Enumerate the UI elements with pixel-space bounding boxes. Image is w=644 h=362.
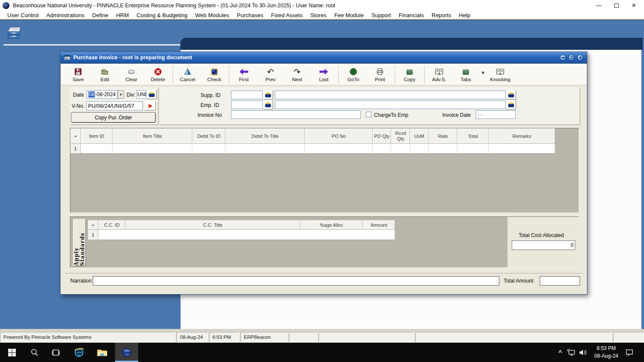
total-cost-allocated-input[interactable]: 0 — [512, 240, 575, 250]
items-col-item-id[interactable]: Item ID — [81, 128, 112, 144]
items-cell[interactable] — [410, 144, 428, 154]
tray-chevron-icon[interactable]: ^ — [556, 343, 565, 362]
menu-hrm[interactable]: HRM — [112, 12, 133, 18]
edit-button[interactable]: Edit — [91, 65, 118, 85]
minimize-icon[interactable]: — — [596, 3, 601, 8]
menu-administrations[interactable]: Administrations — [43, 12, 88, 18]
menu-stores[interactable]: Stores — [307, 12, 331, 18]
items-cell[interactable] — [192, 144, 225, 154]
voucher-no-input[interactable]: PU/08/24/UNI/G/57 — [86, 101, 143, 110]
menu-fee-module[interactable]: Fee Module — [331, 12, 368, 18]
division-lookup-button[interactable] — [146, 90, 157, 99]
items-cell[interactable] — [489, 144, 555, 154]
goto-button[interactable]: GoTo — [340, 65, 367, 85]
items-cell[interactable] — [305, 144, 373, 154]
dialog-minimize-icon[interactable] — [560, 55, 566, 61]
items-cell[interactable] — [391, 144, 410, 154]
dialog-close-icon[interactable]: ✕ — [577, 55, 583, 61]
items-col-uom[interactable]: UoM — [410, 128, 428, 144]
cc-col-title[interactable]: C.C. Title — [125, 220, 300, 230]
save-button[interactable]: Save — [65, 65, 91, 85]
items-col-add[interactable]: + — [70, 128, 81, 144]
date-dropdown-icon[interactable]: ▼ — [118, 90, 124, 99]
menu-define[interactable]: Define — [88, 12, 112, 18]
menu-financials[interactable]: Financials — [395, 12, 428, 18]
last-button[interactable]: Last — [310, 65, 337, 85]
volume-icon[interactable] — [577, 343, 589, 362]
start-button[interactable] — [3, 343, 21, 362]
first-button[interactable]: First — [231, 65, 257, 85]
date-input[interactable]: 08-08-2024 — [87, 90, 118, 99]
invoice-no-input[interactable] — [231, 110, 361, 119]
menu-web-modules[interactable]: Web Modules — [191, 12, 233, 18]
check-button[interactable]: Check — [201, 65, 228, 85]
invoice-date-input[interactable]: - - — [476, 110, 516, 119]
taskbar-search-button[interactable] — [27, 343, 42, 362]
employee-id-input[interactable] — [231, 100, 263, 109]
items-col-po-qty[interactable]: PO Qty — [373, 128, 391, 144]
items-col-rcvd-qty[interactable]: Rcvd Qty — [391, 128, 410, 144]
active-app-button[interactable] — [115, 343, 138, 362]
menu-user-control[interactable]: User Control — [3, 12, 43, 18]
copy-button[interactable]: Copy — [396, 65, 423, 85]
menu-fixed-assets[interactable]: Fixed Assets — [267, 12, 307, 18]
items-cell[interactable] — [112, 144, 192, 154]
items-col-remarks[interactable]: Remarks — [489, 128, 555, 144]
action-center-button[interactable] — [622, 343, 637, 362]
employee-title-input[interactable] — [275, 100, 506, 109]
next-button[interactable]: ↷ Next — [284, 65, 310, 85]
tabs-button[interactable]: Tabs — [453, 65, 479, 85]
employee-title-lookup-button[interactable] — [506, 100, 516, 110]
network-icon[interactable] — [566, 343, 577, 362]
menu-reports[interactable]: Reports — [428, 12, 455, 18]
items-col-debit-to-id[interactable]: Debit To ID — [192, 128, 225, 144]
close-icon[interactable]: ✕ — [632, 3, 636, 8]
items-cell[interactable] — [457, 144, 489, 154]
cc-row-header[interactable]: 1 — [88, 230, 98, 240]
menu-support[interactable]: Support — [368, 12, 395, 18]
items-col-rate[interactable]: Rate — [428, 128, 457, 144]
cc-col-id[interactable]: C.C. ID — [98, 220, 125, 230]
supplier-title-input[interactable] — [275, 91, 506, 99]
items-row-header[interactable]: 1 — [70, 144, 81, 154]
taskbar-clock[interactable]: 6:53 PM 08-Aug-24 — [590, 343, 623, 362]
items-col-total[interactable]: Total — [457, 128, 489, 144]
clear-button[interactable]: Clear — [118, 65, 145, 85]
prev-button[interactable]: ↶ Prev — [257, 65, 284, 85]
menu-costing-budgeting[interactable]: Costing & Budgeting — [133, 12, 191, 18]
supplier-id-input[interactable] — [231, 91, 263, 99]
supplier-title-lookup-button[interactable] — [506, 90, 516, 100]
advanced-search-button[interactable]: Adv.S. — [426, 65, 453, 85]
apply-standards-button[interactable]: Apply Standards — [73, 219, 86, 266]
items-cell[interactable] — [373, 144, 391, 154]
dialog-maximize-icon[interactable] — [568, 55, 575, 61]
menu-help[interactable]: Help — [455, 12, 474, 18]
cc-col-add[interactable]: + — [88, 220, 98, 230]
voucher-go-button[interactable] — [144, 101, 156, 110]
items-cell[interactable] — [81, 144, 112, 154]
toolbar-dropdown-icon[interactable]: ▼ — [479, 70, 487, 75]
employee-id-lookup-button[interactable] — [263, 100, 273, 110]
items-col-item-title[interactable]: Item Title — [112, 128, 192, 144]
cc-col-amount[interactable]: Amount — [363, 220, 395, 230]
delete-button[interactable]: Delete — [145, 65, 171, 85]
cancel-button[interactable]: Cancel — [174, 65, 201, 85]
internet-explorer-button[interactable] — [70, 343, 88, 362]
menu-purchases[interactable]: Purchases — [233, 12, 267, 18]
items-col-debit-to-title[interactable]: Debit To Title — [225, 128, 305, 144]
narration-input[interactable] — [93, 276, 499, 286]
items-cell[interactable] — [225, 144, 305, 154]
chargeto-emp-checkbox[interactable] — [366, 112, 371, 117]
supplier-id-lookup-button[interactable] — [263, 90, 273, 100]
dialog-titlebar[interactable]: Purchase Invoice - root is preparing doc… — [61, 52, 587, 64]
copy-purchase-order-button[interactable]: Copy Pur. Order — [71, 112, 156, 123]
restore-icon[interactable] — [614, 3, 619, 8]
task-view-button[interactable] — [48, 343, 64, 362]
total-amount-input[interactable] — [540, 276, 580, 286]
cc-cell[interactable] — [98, 230, 395, 240]
division-input[interactable]: UNI — [137, 90, 146, 99]
knocking-button[interactable]: Knocking — [487, 65, 513, 85]
items-cell[interactable] — [428, 144, 457, 154]
file-explorer-button[interactable] — [94, 343, 111, 362]
cc-col-pct-alloc[interactable]: %age Alloc — [300, 220, 363, 230]
